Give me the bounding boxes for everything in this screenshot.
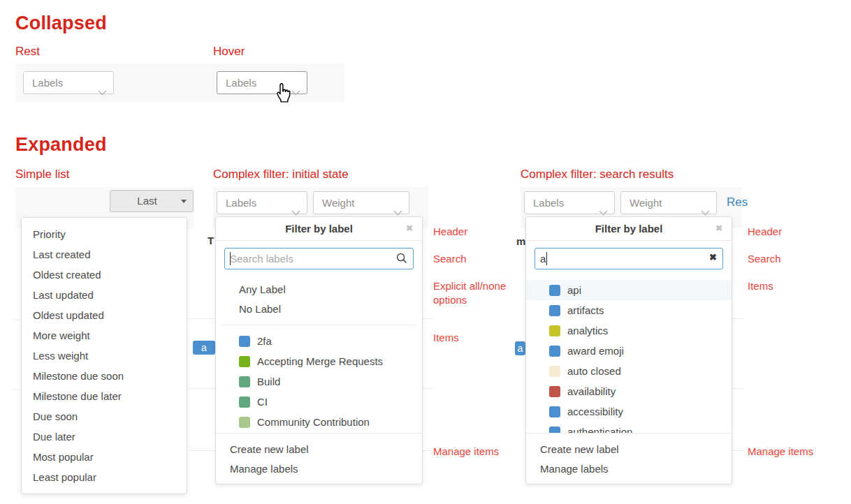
text-caret	[230, 252, 231, 265]
label-list: api artifacts analytics award emoji auto…	[526, 276, 732, 433]
callout-label: Search	[433, 252, 521, 266]
label-item[interactable]: availability	[526, 381, 732, 401]
background-divider-line	[423, 450, 432, 451]
list-option[interactable]: Any Label	[216, 280, 422, 299]
label-color-chip	[239, 376, 250, 387]
section-title-collapsed: Collapsed	[15, 13, 107, 34]
search-input[interactable]	[224, 248, 414, 269]
label-item[interactable]: auto closed	[526, 361, 732, 381]
sort-option[interactable]: More weight	[22, 325, 187, 346]
callout-label: Header	[433, 225, 521, 239]
variant-label-complex-search: Complex filter: search results	[521, 168, 674, 181]
background-label-fragment: a	[193, 341, 215, 355]
callout-label: Manage items	[433, 445, 521, 459]
weight-dropdown[interactable]: Weight	[313, 191, 409, 214]
labels-dropdown[interactable]: Labels	[217, 191, 307, 214]
label-item[interactable]: Community Contribution	[216, 412, 422, 432]
state-label-rest: Rest	[15, 45, 40, 59]
background-divider-line	[732, 318, 743, 319]
callout-label: Header	[748, 225, 835, 239]
sort-option[interactable]: Last updated	[22, 285, 187, 305]
sort-dropdown-panel: PriorityLast createdOldest createdLast u…	[21, 217, 187, 494]
callout-label: Manage items	[748, 445, 835, 459]
labels-dropdown-rest[interactable]: Labels	[23, 71, 114, 94]
panel-header: Filter by label ✖	[526, 217, 732, 241]
sort-option[interactable]: Last created	[22, 244, 187, 265]
callout-label: Explicit all/none options	[433, 279, 521, 307]
clear-icon[interactable]: ✖	[709, 252, 717, 262]
label-item[interactable]: award emoji	[526, 341, 732, 361]
search-icon	[396, 253, 407, 267]
background-divider-line	[14, 320, 20, 320]
list-option[interactable]: No Label	[216, 299, 422, 319]
labels-dropdown-label: Labels	[32, 77, 63, 89]
sort-option[interactable]: Due soon	[22, 406, 187, 427]
label-item[interactable]: artifacts	[526, 300, 732, 320]
panel-header: Filter by label ✖	[216, 217, 422, 241]
footer-action[interactable]: Create new label	[216, 440, 422, 459]
sort-option[interactable]: Milestone due later	[22, 386, 187, 406]
weight-dropdown-label: Weight	[630, 197, 662, 209]
panel-footer: Create new labelManage labels	[526, 433, 732, 485]
label-name: 2fa	[257, 335, 272, 347]
label-name: Community Contribution	[257, 416, 370, 428]
text-caret	[546, 252, 547, 265]
weight-dropdown-label: Weight	[322, 197, 354, 209]
label-name: availability	[567, 385, 616, 397]
label-name: award emoji	[567, 345, 624, 357]
sort-toggle-button[interactable]: Last created	[110, 190, 194, 212]
label-color-chip	[239, 356, 250, 367]
search-area	[216, 241, 422, 276]
reset-link[interactable]: Res	[727, 195, 748, 209]
label-item[interactable]: authentication	[526, 422, 732, 433]
labels-dropdown-hover[interactable]: Labels	[217, 71, 307, 94]
sort-option[interactable]: Priority	[22, 224, 187, 244]
footer-action[interactable]: Manage labels	[216, 459, 422, 479]
label-item[interactable]: analytics	[526, 320, 732, 341]
label-color-chip	[549, 305, 560, 316]
label-name: analytics	[567, 325, 608, 336]
sort-option[interactable]: Oldest updated	[22, 305, 187, 325]
panel-title: Filter by label	[526, 217, 732, 240]
label-color-chip	[239, 417, 250, 428]
sort-option[interactable]: Milestone due soon	[22, 366, 187, 386]
all-none-options: Any LabelNo Label	[216, 280, 422, 319]
label-color-chip	[549, 325, 560, 336]
label-color-chip	[549, 386, 560, 397]
callout-label: Items	[433, 331, 521, 345]
labels-dropdown[interactable]: Labels	[524, 191, 615, 214]
label-color-chip	[549, 406, 560, 417]
variant-label-simple-list: Simple list	[15, 168, 69, 181]
label-item[interactable]: Build	[216, 371, 422, 392]
list-divider	[221, 325, 416, 325]
label-name: authentication	[567, 426, 632, 433]
weight-dropdown[interactable]: Weight	[620, 191, 717, 214]
background-text-fragment: T	[208, 235, 214, 246]
search-area: ✖	[526, 241, 732, 276]
label-item[interactable]: accessibility	[526, 401, 732, 422]
label-name: CI	[257, 396, 268, 408]
label-color-chip	[549, 427, 560, 433]
design-spec-page: Collapsed Rest Hover Labels Labels Expan…	[0, 0, 851, 504]
search-input[interactable]	[534, 248, 723, 269]
label-item[interactable]: Accepting Merge Requests	[216, 351, 422, 371]
label-name: accessibility	[567, 406, 623, 417]
sort-option[interactable]: Less weight	[22, 346, 187, 366]
label-item[interactable]: 2fa	[216, 331, 422, 351]
label-color-chip	[549, 366, 560, 377]
demo-strip-collapsed: Labels Labels	[15, 63, 344, 102]
label-item[interactable]: api	[526, 280, 732, 300]
close-icon[interactable]: ✖	[406, 217, 413, 240]
callout-label: Search	[748, 252, 835, 266]
sort-option[interactable]: Least popular	[22, 467, 187, 487]
footer-action[interactable]: Create new label	[526, 440, 732, 459]
close-icon[interactable]: ✖	[715, 217, 722, 240]
labels-dropdown-label: Labels	[226, 77, 256, 89]
label-filter-panel-search: Filter by label ✖ ✖ api artifacts	[525, 216, 732, 484]
labels-dropdown-label: Labels	[226, 197, 256, 209]
label-item[interactable]: CI	[216, 392, 422, 412]
footer-action[interactable]: Manage labels	[526, 459, 732, 479]
sort-option[interactable]: Due later	[22, 427, 187, 447]
sort-option[interactable]: Oldest created	[22, 265, 187, 285]
sort-option[interactable]: Most popular	[22, 447, 187, 467]
